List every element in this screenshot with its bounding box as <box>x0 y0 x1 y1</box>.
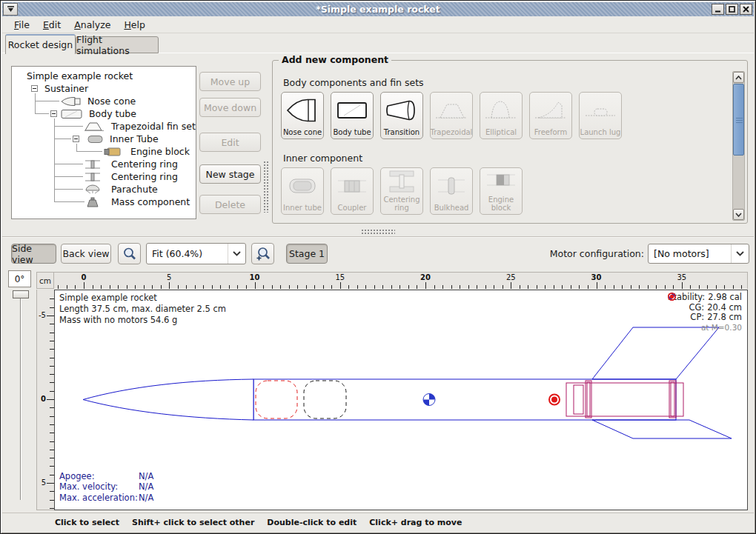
menu-bar: FileEditAnalyzeHelp <box>2 16 754 33</box>
menu-file[interactable]: File <box>8 18 36 32</box>
chevron-down-icon <box>731 244 749 263</box>
tab-flight-simulations[interactable]: Flight simulations <box>76 36 159 53</box>
tree-item-centering-ring[interactable]: Centering ring <box>12 170 196 183</box>
body-components-row: Nose coneBody tubeTransitionTrapezoidalE… <box>281 92 622 139</box>
component-bulkhead-button[interactable]: Bulkhead <box>430 167 473 215</box>
menu-analyze[interactable]: Analyze <box>68 18 116 32</box>
tree-item-mass-component[interactable]: Mass component <box>12 196 196 208</box>
stage-1-toggle[interactable]: Stage 1 <box>286 244 328 264</box>
split-pane-divider <box>2 236 754 238</box>
centering-ring-icon <box>385 167 419 196</box>
ruler-tick-label: 0 <box>41 395 46 403</box>
panel-title: Add new component <box>279 54 391 65</box>
move-up-button[interactable]: Move up <box>199 72 261 91</box>
inner-tube-icon <box>285 168 319 204</box>
ruler-tick-label: 5 <box>167 273 171 281</box>
new-stage-button[interactable]: New stage <box>199 164 261 184</box>
tree-item-trapezoidal-fin-set[interactable]: Trapezoidal fin set <box>12 120 196 133</box>
component-elliptical-button[interactable]: Elliptical <box>480 92 523 139</box>
status-hint: Click to select <box>55 518 119 527</box>
component-freeform-button[interactable]: Freeform <box>529 92 572 139</box>
tree-item-engine-block[interactable]: Engine block <box>12 145 196 158</box>
vertical-splitter-grip[interactable] <box>263 161 268 213</box>
component-inner-tube-button[interactable]: Inner tube <box>281 167 324 215</box>
ruler-tick-label: -5 <box>39 311 46 319</box>
component-body-tube-button[interactable]: Body tube <box>331 92 374 139</box>
tree-item-inner-tube[interactable]: Inner Tube <box>12 133 196 145</box>
title-bar[interactable]: *Simple example rocket <box>2 2 754 16</box>
back-view-button[interactable]: Back view <box>61 244 111 264</box>
minimize-button[interactable] <box>712 4 724 15</box>
zoom-in-button[interactable] <box>251 243 274 264</box>
component-tree[interactable]: Simple example rocketSustainerNose coneB… <box>11 66 196 219</box>
ruler-tick-label: 35 <box>677 273 686 281</box>
chevron-down-icon <box>228 244 245 264</box>
freeform-fin-icon <box>534 93 568 128</box>
collapse-expander-icon[interactable] <box>31 85 38 92</box>
side-view-button[interactable]: Side view <box>11 244 56 264</box>
scrollbar-thumb[interactable] <box>733 84 744 156</box>
flight-stat-max-velocity: Max. velocity:N/A <box>59 481 138 493</box>
fin-bottom-outline <box>592 420 732 438</box>
delete-button[interactable]: Delete <box>199 195 261 214</box>
component-scrollbar[interactable] <box>732 71 745 221</box>
maximize-button[interactable] <box>726 4 738 15</box>
motor-configuration-combobox[interactable]: [No motors] <box>648 244 749 264</box>
menu-edit[interactable]: Edit <box>37 18 67 32</box>
collapse-expander-icon[interactable] <box>50 110 57 117</box>
window-title: *Simple example rocket <box>2 4 754 15</box>
rotation-angle-field[interactable]: 0° <box>8 270 31 287</box>
collapse-expander-icon[interactable] <box>73 136 79 142</box>
tree-item-parachute[interactable]: Parachute <box>12 183 196 196</box>
engine-block-icon <box>484 167 518 196</box>
nose-cone-icon <box>285 93 319 128</box>
tree-guide-line <box>54 176 83 177</box>
ruler-tick-label: 30 <box>591 273 602 281</box>
tree-guide-line <box>76 151 102 152</box>
horizontal-ruler: 05101520253035 <box>54 272 748 289</box>
inner-components-row: Inner tubeCouplerCentering ringBulkheadE… <box>281 167 523 215</box>
tree-item-sustainer[interactable]: Sustainer <box>12 82 196 95</box>
component-nose-cone-button[interactable]: Nose cone <box>281 92 324 139</box>
component-launch-lug-button[interactable]: Launch lug <box>579 92 622 139</box>
scroll-up-icon[interactable] <box>733 72 744 83</box>
tree-guide-line <box>76 144 77 151</box>
cg-marker <box>423 394 435 406</box>
tree-guide-line <box>35 113 49 114</box>
move-down-button[interactable]: Move down <box>199 98 261 117</box>
rotation-slider-track[interactable] <box>20 298 21 500</box>
horizontal-splitter-grip[interactable] <box>361 229 395 235</box>
tree-guide-line <box>54 164 83 164</box>
vertical-ruler: -505 <box>36 290 54 510</box>
flight-stat-apogee: Apogee:N/A <box>59 471 138 482</box>
rotation-slider-handle[interactable] <box>13 290 29 298</box>
zoom-in-magnifier-icon <box>256 247 271 261</box>
tab-rocket-design[interactable]: Rocket design <box>5 34 76 54</box>
menu-help[interactable]: Help <box>118 18 151 32</box>
system-menu-icon[interactable] <box>3 3 18 16</box>
ruler-tick-label: 20 <box>420 273 431 281</box>
tree-item-centering-ring[interactable]: Centering ring <box>12 158 196 170</box>
component-coupler-button[interactable]: Coupler <box>331 167 374 215</box>
edit-button[interactable]: Edit <box>199 133 261 152</box>
fin-top-outline <box>592 327 719 379</box>
body-components-label: Body components and fin sets <box>283 77 424 88</box>
tree-item-simple-example-rocket[interactable]: Simple example rocket <box>12 70 196 82</box>
ruler-tick-label: 25 <box>506 273 516 281</box>
scroll-down-icon[interactable] <box>733 209 744 220</box>
flight-data-summary: Apogee:N/AMax. velocity:N/AMax. accelera… <box>59 471 138 504</box>
rocket-design-canvas[interactable]: Simple example rocket Length 37.5 cm, ma… <box>54 290 748 510</box>
zoom-out-magnifier-icon <box>122 247 137 261</box>
zoom-out-button[interactable] <box>118 243 141 264</box>
close-button[interactable] <box>740 4 752 15</box>
zoom-level-combobox[interactable]: Fit (60.4%) <box>146 243 246 264</box>
component-engine-block-button[interactable]: Engine block <box>480 167 523 215</box>
body-tube-outline <box>253 379 676 420</box>
tree-guide-line <box>35 93 36 113</box>
component-transition-button[interactable]: Transition <box>380 92 423 139</box>
inner-component-label: Inner component <box>283 153 362 164</box>
bulkhead-icon <box>434 168 468 204</box>
component-trapezoidal-button[interactable]: Trapezoidal <box>430 92 473 139</box>
body-tube-icon <box>335 93 369 128</box>
component-centering-ring-button[interactable]: Centering ring <box>380 167 423 215</box>
